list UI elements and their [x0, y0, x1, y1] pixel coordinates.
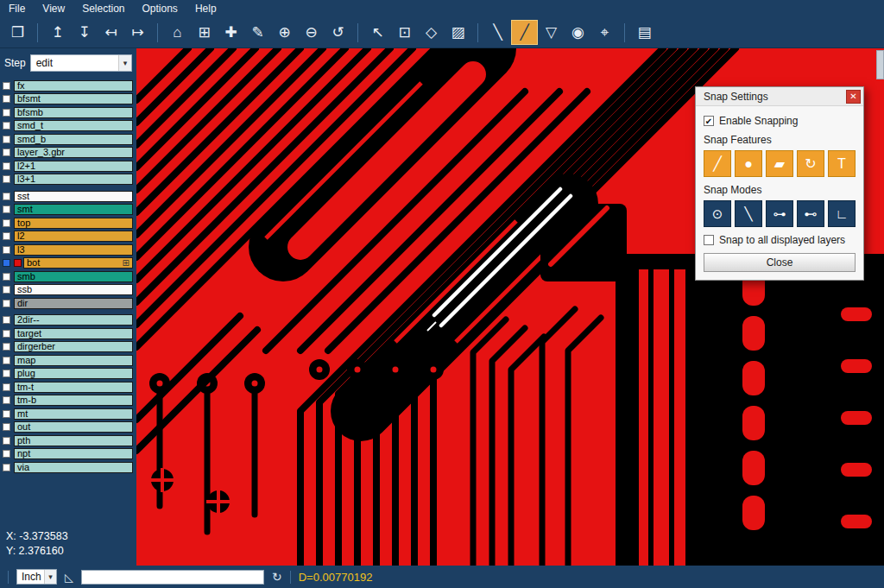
layer-label[interactable]: fx — [14, 80, 133, 92]
report-button[interactable]: ▤ — [631, 20, 658, 45]
zoom-polygon-button[interactable]: ✎ — [244, 20, 271, 45]
layer-label[interactable]: target — [14, 328, 133, 339]
layer-checkbox[interactable] — [3, 410, 10, 418]
command-input[interactable] — [81, 570, 264, 585]
layer-checkbox[interactable] — [3, 450, 10, 458]
layer-checkbox[interactable] — [3, 175, 10, 183]
layer-label[interactable]: tm-t — [14, 382, 133, 393]
find-button[interactable]: ⌖ — [591, 20, 618, 45]
layer-label[interactable]: top — [14, 218, 133, 229]
snap-arc-button[interactable]: ↻ — [797, 150, 824, 177]
layer-label[interactable]: smd_t — [14, 120, 133, 131]
dialog-titlebar[interactable]: Snap Settings ✕ — [696, 87, 863, 106]
layer-checkbox[interactable] — [3, 343, 10, 351]
layer-checkbox[interactable] — [3, 273, 10, 281]
layer-label[interactable]: smt — [14, 204, 133, 215]
menu-item-selection[interactable]: Selection — [82, 3, 124, 15]
layer-checkbox[interactable] — [3, 300, 10, 307]
close-button[interactable]: Close — [704, 253, 856, 272]
select-pointer-button[interactable]: ↖ — [364, 20, 391, 45]
layer-checkbox[interactable] — [3, 396, 10, 404]
layer-label[interactable]: mt — [14, 408, 133, 420]
layer-checkbox[interactable] — [3, 357, 10, 364]
layer-checkbox[interactable] — [3, 219, 10, 227]
snap-text-button[interactable]: T — [828, 150, 856, 177]
snap-midline-button[interactable]: ⊶ — [766, 200, 793, 227]
layer-checkbox[interactable] — [3, 246, 10, 254]
layer-checkbox[interactable] — [3, 193, 10, 200]
layer-label[interactable]: bfsmb — [14, 107, 133, 118]
filter-button[interactable]: ▽ — [538, 20, 565, 45]
zoom-previous-button[interactable]: ↺ — [325, 20, 351, 45]
import-left-button[interactable]: ↤ — [98, 20, 124, 45]
layer-label[interactable]: l2+1 — [14, 161, 133, 172]
zoom-home-button[interactable]: ⌂ — [164, 20, 191, 45]
select-hatch-button[interactable]: ▨ — [445, 20, 471, 45]
layer-label[interactable]: l2 — [14, 231, 133, 242]
measure-tool-button[interactable]: ╱ — [511, 20, 538, 45]
layer-label[interactable]: plug — [14, 368, 133, 379]
layer-checkbox[interactable] — [3, 437, 10, 445]
snap-center-button[interactable]: ⊙ — [704, 200, 731, 227]
layer-checkbox[interactable] — [3, 259, 10, 267]
layer-label[interactable]: out — [14, 421, 133, 433]
layer-checkbox[interactable] — [3, 423, 10, 431]
snap-pad-button[interactable]: ● — [735, 150, 762, 177]
layer-label[interactable]: smb — [14, 271, 133, 282]
layer-checkbox[interactable] — [3, 122, 10, 130]
unit-dropdown[interactable]: Inch ▾ — [16, 569, 57, 585]
zoom-out-button[interactable]: ⊖ — [298, 20, 325, 45]
export-up-button[interactable]: ↥ — [44, 20, 71, 45]
layer-checkbox[interactable] — [3, 205, 10, 213]
angle-mode-icon[interactable]: ◺ — [65, 571, 73, 584]
layer-label[interactable]: dir — [14, 298, 133, 309]
layer-label[interactable]: dirgerber — [14, 341, 133, 352]
layer-label[interactable]: bot⊞ — [23, 257, 133, 269]
layer-checkbox[interactable] — [3, 232, 10, 240]
layer-label[interactable]: map — [14, 355, 133, 366]
snap-line-button[interactable]: ╱ — [704, 150, 731, 177]
layer-checkbox[interactable] — [3, 370, 10, 377]
layer-label[interactable]: bfsmt — [14, 93, 133, 104]
line-tool-button[interactable]: ╲ — [484, 20, 511, 45]
export-right-button[interactable]: ↦ — [124, 20, 151, 45]
layer-label[interactable]: tm-b — [14, 395, 133, 406]
layer-label[interactable]: via — [14, 462, 133, 473]
refresh-icon[interactable]: ↻ — [272, 570, 282, 584]
layer-checkbox[interactable] — [3, 383, 10, 391]
layer-label[interactable]: 2dir-- — [14, 314, 133, 326]
layer-checkbox[interactable] — [3, 136, 10, 143]
layer-label[interactable]: l3 — [14, 244, 133, 256]
close-icon[interactable]: ✕ — [846, 90, 861, 104]
menu-item-view[interactable]: View — [42, 3, 65, 15]
layer-label[interactable]: layer_3.gbr — [14, 147, 133, 158]
snap-endpoint-button[interactable]: ╲ — [735, 200, 762, 227]
layer-checkbox[interactable] — [3, 95, 10, 103]
layer-label[interactable]: pth — [14, 435, 133, 446]
zoom-window-button[interactable]: ⊞ — [191, 20, 218, 45]
layer-checkbox[interactable] — [3, 316, 10, 324]
layer-label[interactable]: sst — [14, 191, 133, 202]
layer-checkbox[interactable] — [3, 286, 10, 294]
select-polygon-button[interactable]: ◇ — [418, 20, 445, 45]
layer-label[interactable]: ssb — [14, 284, 133, 295]
menu-item-help[interactable]: Help — [195, 3, 217, 15]
pan-button[interactable]: ✚ — [218, 20, 244, 45]
layer-checkbox[interactable] — [3, 162, 10, 170]
snap-corner-button[interactable]: ∟ — [828, 200, 856, 227]
view-options-button[interactable]: ◉ — [565, 20, 591, 45]
snap-surface-button[interactable]: ▰ — [766, 150, 793, 177]
layer-checkbox[interactable] — [3, 109, 10, 117]
pcb-canvas[interactable]: Snap Settings ✕ ✔ Enable Snapping Snap F… — [136, 48, 884, 566]
layer-checkbox[interactable] — [3, 149, 10, 156]
import-down-button[interactable]: ↧ — [71, 20, 98, 45]
snap-key-button[interactable]: ⊷ — [797, 200, 824, 227]
enable-snapping-checkbox[interactable]: ✔ — [704, 116, 714, 126]
step-dropdown[interactable]: edit ▾ — [30, 54, 132, 72]
open-file-button[interactable]: ❒ — [4, 20, 31, 45]
layer-checkbox[interactable] — [3, 464, 10, 471]
menu-item-options[interactable]: Options — [142, 3, 178, 15]
layer-label[interactable]: npt — [14, 448, 133, 459]
layer-checkbox[interactable] — [3, 330, 10, 338]
layer-label[interactable]: smd_b — [14, 134, 133, 145]
